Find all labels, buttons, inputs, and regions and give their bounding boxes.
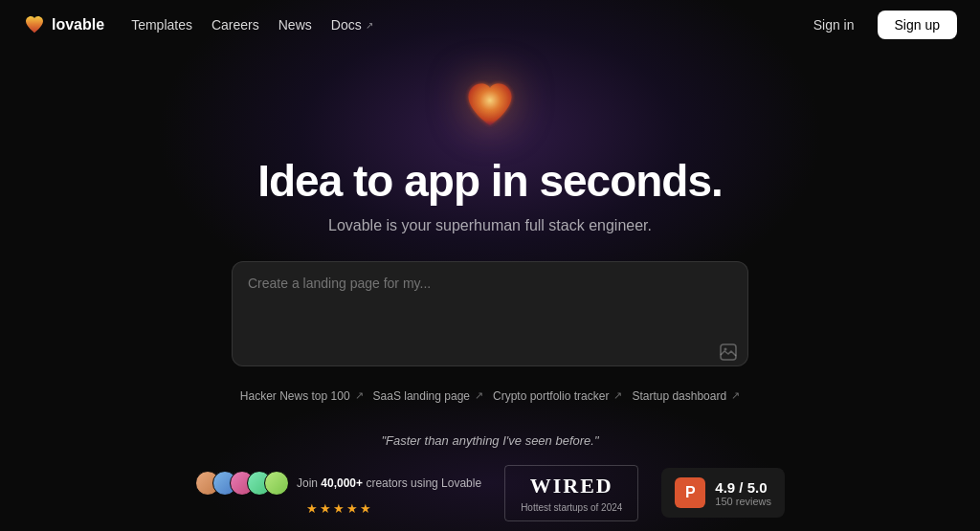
nav-link-templates[interactable]: Templates xyxy=(131,17,192,33)
chip-0[interactable]: Hacker News top 100 ↗ xyxy=(240,389,364,403)
nav-link-careers[interactable]: Careers xyxy=(212,17,259,33)
bottom-row: Join 40,000+ creators using Lovable ★ ★ … xyxy=(195,465,785,521)
ph-info: 4.9 / 5.0 150 reviews xyxy=(715,479,771,507)
logo[interactable]: lovable xyxy=(23,13,104,36)
prompt-input[interactable] xyxy=(232,261,748,366)
logo-text: lovable xyxy=(52,16,104,33)
quote-text: "Faster than anything I've seen before." xyxy=(381,433,598,448)
nav-left: lovable Templates Careers News Docs ↗ xyxy=(23,13,373,36)
ph-reviews: 150 reviews xyxy=(715,496,771,507)
signin-button[interactable]: Sign in xyxy=(802,11,866,38)
chip-1-arrow: ↗ xyxy=(475,389,483,402)
hero-section: Idea to app in seconds. Lovable is your … xyxy=(0,50,980,521)
creators-text: Join 40,000+ creators using Lovable xyxy=(297,476,481,490)
social-proof-section: "Faster than anything I've seen before."… xyxy=(195,433,785,521)
chip-2[interactable]: Crypto portfolio tracker ↗ xyxy=(493,389,622,403)
hero-subtitle: Lovable is your superhuman full stack en… xyxy=(328,217,652,234)
nav-links: Templates Careers News Docs ↗ xyxy=(131,17,373,33)
avatar-group xyxy=(195,471,289,496)
ph-logo-icon: P xyxy=(675,477,705,508)
wired-title: WIRED xyxy=(530,474,613,498)
hero-heart-icon xyxy=(461,77,519,138)
external-link-icon: ↗ xyxy=(366,20,373,31)
star-4: ★ xyxy=(346,501,358,516)
navbar: lovable Templates Careers News Docs ↗ Si… xyxy=(0,0,980,50)
svg-point-1 xyxy=(724,347,727,350)
chip-3[interactable]: Startup dashboard ↗ xyxy=(632,389,740,403)
wired-subtitle: Hottest startups of 2024 xyxy=(521,502,622,513)
suggestion-chips: Hacker News top 100 ↗ SaaS landing page … xyxy=(240,389,740,403)
hero-title: Idea to app in seconds. xyxy=(257,157,723,206)
nav-link-news[interactable]: News xyxy=(278,17,312,33)
chip-1[interactable]: SaaS landing page ↗ xyxy=(373,389,483,403)
chip-0-arrow: ↗ xyxy=(355,389,364,402)
creators-row: Join 40,000+ creators using Lovable xyxy=(195,471,481,496)
star-3: ★ xyxy=(333,501,345,516)
prompt-image-icon xyxy=(720,343,737,361)
logo-heart-icon xyxy=(23,13,46,36)
star-5: ★ xyxy=(360,501,371,516)
producthunt-badge: P 4.9 / 5.0 150 reviews xyxy=(661,468,785,518)
chip-3-arrow: ↗ xyxy=(731,389,740,402)
signup-button[interactable]: Sign up xyxy=(878,11,957,39)
star-rating: ★ ★ ★ ★ ★ xyxy=(306,501,371,516)
wired-badge: WIRED Hottest startups of 2024 xyxy=(504,465,638,521)
star-1: ★ xyxy=(306,501,318,516)
nav-link-docs[interactable]: Docs ↗ xyxy=(331,17,373,33)
avatar-5 xyxy=(264,471,289,496)
nav-right: Sign in Sign up xyxy=(802,11,957,39)
chip-2-arrow: ↗ xyxy=(613,389,622,402)
star-2: ★ xyxy=(320,501,331,516)
ph-score: 4.9 / 5.0 xyxy=(715,479,771,496)
creators-block: Join 40,000+ creators using Lovable ★ ★ … xyxy=(195,471,481,516)
prompt-box-container xyxy=(232,261,748,370)
